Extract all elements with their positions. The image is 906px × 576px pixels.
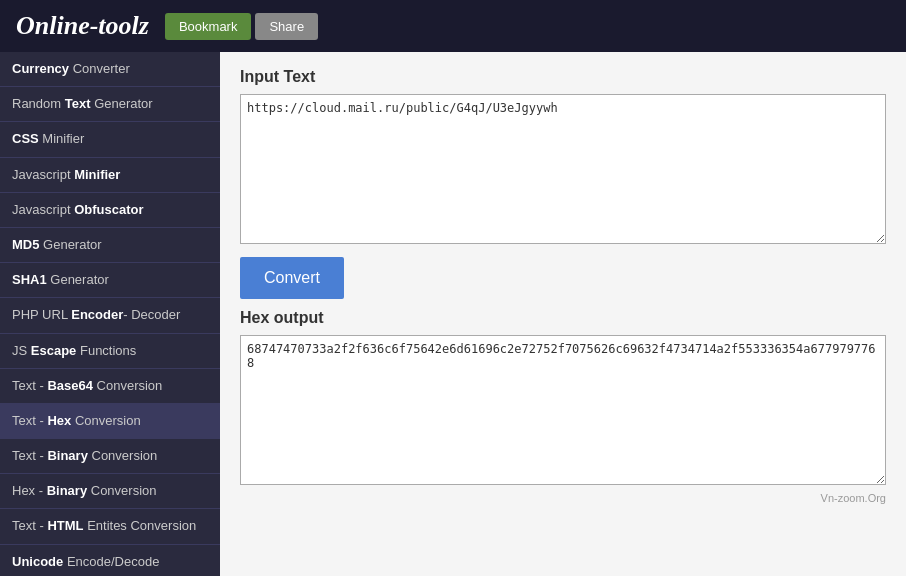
- input-title: Input Text: [240, 68, 886, 86]
- sidebar-item-sha1-generator[interactable]: SHA1 Generator: [0, 263, 220, 298]
- sidebar-item-hex-binary[interactable]: Hex - Binary Conversion: [0, 474, 220, 509]
- logo: Online-toolz: [16, 11, 149, 41]
- bookmark-button[interactable]: Bookmark: [165, 13, 252, 40]
- sidebar-item-css-minifier[interactable]: CSS Minifier: [0, 122, 220, 157]
- input-textarea[interactable]: [240, 94, 886, 244]
- share-button[interactable]: Share: [255, 13, 318, 40]
- sidebar-item-javascript-minifier[interactable]: Javascript Minifier: [0, 158, 220, 193]
- sidebar: Currency ConverterRandom Text GeneratorC…: [0, 52, 220, 576]
- sidebar-item-text-html[interactable]: Text - HTML Entites Conversion: [0, 509, 220, 544]
- sidebar-item-javascript-obfuscator[interactable]: Javascript Obfuscator: [0, 193, 220, 228]
- sidebar-item-unicode-encode[interactable]: Unicode Encode/Decode: [0, 545, 220, 576]
- output-textarea[interactable]: [240, 335, 886, 485]
- sidebar-item-text-hex[interactable]: Text - Hex Conversion: [0, 404, 220, 439]
- sidebar-item-md5-generator[interactable]: MD5 Generator: [0, 228, 220, 263]
- sidebar-item-php-url-encoder[interactable]: PHP URL Encoder- Decoder: [0, 298, 220, 333]
- footer-credit: Vn-zoom.Org: [240, 492, 886, 504]
- convert-button[interactable]: Convert: [240, 257, 344, 299]
- output-title: Hex output: [240, 309, 886, 327]
- sidebar-item-js-escape[interactable]: JS Escape Functions: [0, 334, 220, 369]
- header: Online-toolz Bookmark Share: [0, 0, 906, 52]
- sidebar-item-text-binary[interactable]: Text - Binary Conversion: [0, 439, 220, 474]
- layout: Currency ConverterRandom Text GeneratorC…: [0, 52, 906, 576]
- sidebar-item-currency-converter[interactable]: Currency Converter: [0, 52, 220, 87]
- sidebar-item-random-text-generator[interactable]: Random Text Generator: [0, 87, 220, 122]
- sidebar-item-text-base64[interactable]: Text - Base64 Conversion: [0, 369, 220, 404]
- main-content: Input Text Convert Hex output Vn-zoom.Or…: [220, 52, 906, 576]
- header-buttons: Bookmark Share: [165, 13, 318, 40]
